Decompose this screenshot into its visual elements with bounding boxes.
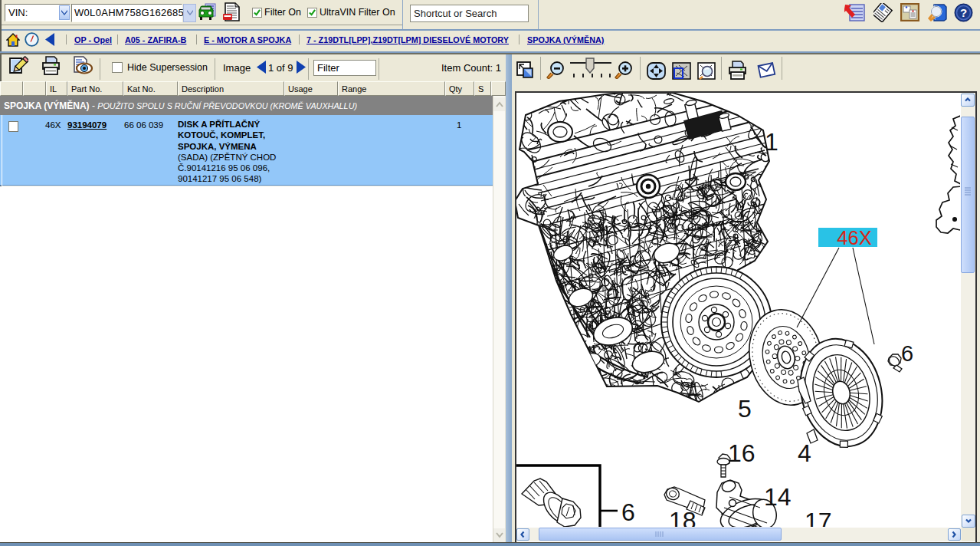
- svg-text:17: 17: [805, 508, 832, 527]
- svg-text:6: 6: [901, 341, 913, 366]
- svg-text:14: 14: [764, 483, 792, 511]
- svg-text:4: 4: [798, 439, 811, 467]
- svg-text:16: 16: [728, 439, 755, 467]
- svg-text:46X: 46X: [837, 227, 871, 248]
- svg-text:18: 18: [669, 507, 696, 527]
- svg-text:6: 6: [621, 498, 635, 526]
- svg-text:?: ?: [960, 6, 967, 19]
- svg-text:5: 5: [738, 395, 752, 423]
- svg-text:1: 1: [765, 128, 778, 156]
